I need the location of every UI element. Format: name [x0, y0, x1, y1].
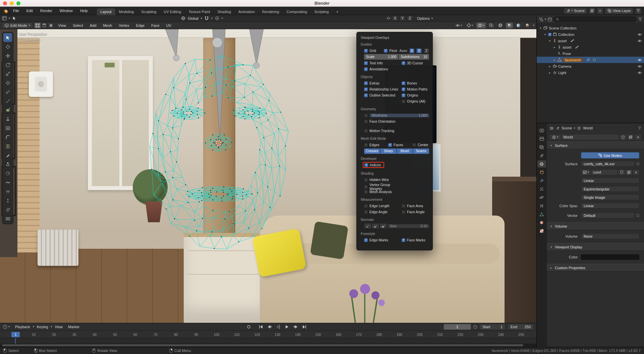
tab-scripting[interactable]: Scripting	[311, 8, 333, 15]
split-normals-button[interactable]	[372, 223, 379, 229]
row-asset-data[interactable]: ▸ asset	[537, 44, 644, 50]
image-fake-user-button[interactable]	[618, 169, 625, 175]
image-duplicate-button[interactable]	[625, 169, 633, 175]
row-camera[interactable]: ▸ Camera	[537, 63, 644, 69]
center-checkbox[interactable]: Center	[412, 143, 429, 147]
scrollbar-thumb[interactable]	[2, 344, 523, 346]
image-unlink-button[interactable]: ×	[633, 169, 639, 175]
collection-checkbox[interactable]	[548, 33, 551, 36]
properties-editor-icon[interactable]	[549, 126, 554, 130]
axis-x-toggle[interactable]: X	[409, 48, 415, 53]
outliner-editor-icon[interactable]	[539, 17, 543, 21]
hide-object-eye-icon[interactable]	[637, 71, 642, 74]
tool-loop-cut[interactable]	[3, 142, 12, 151]
wireframe-slider[interactable]: Wireframe1.000	[370, 114, 429, 117]
menu-help[interactable]: Help	[77, 9, 91, 13]
tab-layout[interactable]: Layout	[97, 8, 115, 15]
tab-uv-editing[interactable]: UV Editing	[160, 8, 185, 15]
tab-output[interactable]	[537, 135, 546, 142]
gizmos-dropdown[interactable]: ▾	[465, 22, 474, 28]
interpolation-dropdown[interactable]: Linear	[581, 178, 639, 183]
select-menu[interactable]: Select	[70, 23, 86, 27]
row-collection[interactable]: ▾ Collection	[537, 31, 644, 38]
tool-spin[interactable]	[3, 169, 12, 178]
active-tool-icon[interactable]	[12, 16, 16, 20]
view-layer-selector[interactable]: View Layer	[605, 8, 633, 14]
shading-wireframe-button[interactable]	[497, 22, 504, 28]
image-name-field[interactable]: comf	[591, 169, 618, 175]
tool-rotate[interactable]	[3, 60, 12, 69]
auto-keying-button[interactable]	[245, 324, 253, 330]
tab-sculpting[interactable]: Sculpting	[137, 8, 160, 15]
jump-to-end-button[interactable]	[300, 324, 308, 330]
facemesh-label[interactable]: facemesh	[563, 58, 583, 62]
expand-icon[interactable]: ▾	[548, 39, 551, 43]
face-select-button[interactable]	[48, 22, 54, 28]
tool-rip-region[interactable]	[3, 214, 12, 223]
tool-shear[interactable]	[3, 205, 12, 214]
previous-keyframe-button[interactable]	[266, 324, 274, 330]
bones-checkbox[interactable]: Bones	[402, 81, 429, 85]
creases-toggle[interactable]: Creases	[364, 149, 380, 154]
breadcrumb-scene[interactable]: Scene	[562, 126, 572, 130]
relationship-lines-checkbox[interactable]: Relationship Lines	[364, 87, 402, 91]
face-marks-checkbox[interactable]: Face Marks	[402, 238, 429, 242]
overlays-dropdown[interactable]: ▾	[476, 22, 486, 28]
tab-compositing[interactable]: Compositing	[283, 8, 311, 15]
tab-particles[interactable]	[537, 185, 546, 193]
unlink-datablock-button[interactable]: ×	[635, 134, 641, 140]
seams-toggle[interactable]: Seams	[413, 149, 429, 154]
view-layer-filter-button[interactable]	[635, 8, 641, 14]
wireframe-checkbox[interactable]	[364, 114, 368, 117]
row-pose[interactable]: Pose	[537, 50, 644, 57]
normals-size-slider[interactable]: Size0.10	[388, 224, 429, 228]
edge-angle-checkbox[interactable]: Edge Angle	[364, 210, 402, 214]
tab-object-data[interactable]	[537, 211, 546, 218]
tool-transform[interactable]	[3, 78, 12, 87]
axis-z-toggle[interactable]: Z	[424, 48, 429, 53]
tool-move[interactable]	[3, 51, 12, 60]
vertex-select-button[interactable]	[34, 22, 41, 28]
vector-dropdown[interactable]: Default	[581, 213, 635, 218]
blender-logo-icon[interactable]	[3, 8, 9, 13]
viewport-display-panel-header[interactable]: ▾Viewport Display	[547, 243, 644, 251]
orientation-value[interactable]: Global	[188, 16, 198, 20]
jump-to-start-button[interactable]	[257, 324, 265, 330]
edge-length-checkbox[interactable]: Edge Length	[364, 204, 402, 208]
edge-select-button[interactable]	[41, 22, 48, 28]
surface-panel-header[interactable]: ▾Surface	[547, 141, 644, 149]
tab-modifiers[interactable]	[537, 177, 546, 184]
add-workspace-button[interactable]: +	[333, 8, 342, 15]
tab-constraints[interactable]	[537, 202, 546, 210]
extras-checkbox[interactable]: Extras	[364, 81, 402, 85]
shading-solid-button[interactable]	[506, 22, 513, 28]
tab-shading[interactable]: Shading	[214, 8, 235, 15]
next-keyframe-button[interactable]	[292, 324, 300, 330]
vertex-normals-button[interactable]	[364, 223, 371, 229]
snap-settings-chevron-icon[interactable]: ▾	[211, 17, 213, 20]
tab-render[interactable]	[537, 127, 546, 134]
tab-object[interactable]	[537, 169, 546, 176]
collection-label[interactable]: Collection	[558, 33, 574, 37]
camera-label[interactable]: Camera	[558, 64, 571, 68]
expand-icon[interactable]: ▾	[543, 33, 547, 36]
browse-world-button[interactable]: ▾	[549, 134, 561, 140]
minimize-window-button[interactable]	[10, 1, 14, 5]
asset-object-label[interactable]: asset	[558, 39, 567, 43]
mode-selector[interactable]: Edit Mode ▾	[2, 22, 33, 28]
annotations-checkbox[interactable]: Annotations	[364, 67, 402, 71]
vertex-menu[interactable]: Vertex	[116, 23, 132, 27]
mirror-z-toggle[interactable]: Z	[407, 16, 413, 21]
browse-image-button[interactable]: ▾	[581, 169, 591, 175]
row-asset-object[interactable]: ▾ asset	[537, 38, 644, 44]
editor-type-icon[interactable]	[2, 16, 7, 20]
scene-collection-label[interactable]: Scene Collection	[549, 26, 577, 30]
motion-tracking-checkbox[interactable]: Motion Tracking	[364, 129, 402, 133]
xray-toggle[interactable]	[488, 22, 495, 28]
timeline-view-menu[interactable]: View	[52, 325, 65, 329]
timeline-track-area[interactable]	[0, 338, 536, 344]
outliner-search-input[interactable]	[553, 16, 637, 22]
fake-user-shield-button[interactable]	[619, 134, 627, 140]
color-space-dropdown[interactable]: Linear	[581, 203, 639, 209]
tool-measure[interactable]	[3, 97, 12, 105]
